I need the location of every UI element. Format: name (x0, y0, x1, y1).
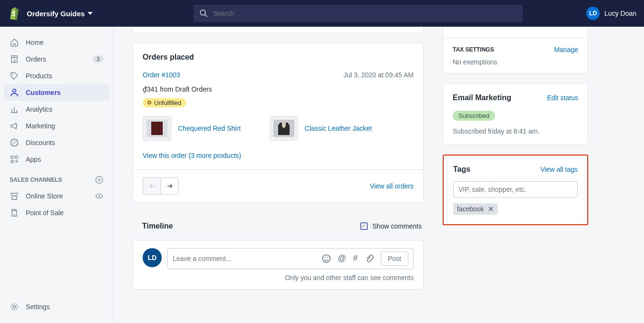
product-item: Chequered Red Shirt (143, 116, 241, 141)
topbar: Ordersify Guides LD Lucy Doan (0, 0, 644, 27)
add-address-link[interactable]: Add new address (453, 27, 504, 28)
sidebar-item-orders[interactable]: Orders 3 (4, 51, 109, 67)
sidebar-item-label: Marketing (26, 122, 55, 130)
hash-icon[interactable]: # (353, 253, 358, 263)
orders-placed-title: Orders placed (143, 53, 414, 62)
tags-input[interactable] (453, 181, 578, 198)
svg-rect-5 (15, 156, 18, 158)
search-input[interactable] (213, 10, 517, 17)
sidebar-item-marketing[interactable]: Marketing (4, 118, 109, 134)
sidebar-item-label: Apps (26, 156, 41, 163)
tax-value: No exemptions (453, 58, 578, 66)
avatar: LD (586, 7, 600, 20)
svg-rect-4 (11, 156, 13, 158)
sidebar-item-label: Products (26, 72, 52, 80)
svg-line-1 (205, 15, 208, 17)
analytics-icon (10, 104, 19, 114)
orders-badge: 3 (93, 55, 104, 63)
avatar: LD (143, 248, 162, 267)
online-store-icon (10, 191, 19, 201)
shopify-logo-icon (8, 6, 21, 21)
sidebar-item-label: Settings (26, 303, 50, 311)
timeline-section: Timeline ✓ Show comments LD (133, 212, 424, 290)
remove-tag-icon[interactable] (488, 206, 494, 212)
marketing-icon (10, 121, 19, 131)
svg-point-2 (12, 74, 14, 75)
sidebar-item-apps[interactable]: Apps (4, 151, 109, 167)
tags-card: Tags View all tags facebook (443, 155, 588, 225)
address-card: Add new address TAX SETTINGS Manage No e… (443, 27, 588, 74)
status-badge: Unfulfilled (143, 98, 186, 107)
svg-point-14 (324, 257, 325, 258)
tags-title: Tags (453, 165, 470, 174)
checkbox-icon: ✓ (360, 222, 368, 230)
sidebar: Home Orders 3 Products Customers Analyti… (0, 27, 114, 323)
subscribed-badge: Subscribed (453, 111, 495, 121)
view-all-tags-link[interactable]: View all tags (540, 166, 578, 173)
order-link[interactable]: Order #1003 (143, 71, 180, 79)
order-date: Jul 3, 2020 at 09:45 AM (343, 71, 414, 79)
edit-status-link[interactable]: Edit status (547, 94, 578, 102)
store-name-label: Ordersify Guides (27, 10, 85, 18)
sidebar-item-label: Home (26, 39, 43, 46)
sales-channels-header: SALES CHANNELS (4, 168, 109, 188)
show-comments-toggle[interactable]: ✓ Show comments (360, 222, 424, 230)
manage-tax-link[interactable]: Manage (554, 46, 578, 53)
product-link[interactable]: Chequered Red Shirt (178, 125, 241, 132)
products-icon (10, 71, 19, 81)
svg-point-10 (13, 306, 16, 308)
user-name-label: Lucy Doan (604, 10, 636, 17)
orders-placed-card: Orders placed Order #1003 Jul 3, 2020 at… (133, 43, 424, 203)
add-channel-icon[interactable] (95, 176, 104, 184)
mention-icon[interactable]: @ (338, 253, 346, 263)
view-order-link[interactable]: View this order (3 more products) (143, 152, 241, 159)
order-pager (143, 177, 179, 195)
gear-icon (10, 302, 19, 312)
sidebar-item-label: Orders (26, 55, 46, 63)
sidebar-item-products[interactable]: Products (4, 68, 109, 84)
attachment-icon[interactable] (364, 254, 374, 263)
svg-rect-6 (11, 160, 13, 163)
store-switcher[interactable]: Ordersify Guides (27, 10, 93, 18)
eye-icon[interactable] (95, 192, 104, 200)
discounts-icon (10, 138, 19, 147)
sidebar-item-home[interactable]: Home (4, 34, 109, 51)
svg-point-9 (15, 210, 16, 211)
svg-point-0 (200, 10, 206, 15)
product-thumbnail (143, 116, 171, 141)
pager-prev-button[interactable] (143, 177, 161, 195)
comment-visibility-note: Only you and other staff can see comment… (167, 274, 414, 281)
subscribed-note: Subscribed friday at 8:41 am. (453, 127, 578, 135)
product-link[interactable]: Classic Leather Jacket (305, 125, 372, 132)
comment-input[interactable] (173, 255, 322, 262)
post-button[interactable]: Post (381, 251, 408, 266)
apps-icon (10, 155, 19, 164)
orders-icon (10, 54, 19, 64)
sidebar-item-analytics[interactable]: Analytics (4, 101, 109, 117)
sidebar-item-customers[interactable]: Customers (4, 84, 109, 101)
email-marketing-title: Email Marketing (453, 94, 511, 102)
search-icon (199, 9, 208, 18)
user-menu[interactable]: LD Lucy Doan (586, 7, 636, 20)
product-item: Classic Leather Jacket (270, 116, 372, 141)
chevron-down-icon (88, 12, 93, 15)
home-icon (10, 38, 19, 47)
sidebar-item-online-store[interactable]: Online Store (4, 188, 109, 204)
pager-next-button[interactable] (161, 177, 179, 195)
view-all-orders-link[interactable]: View all orders (370, 182, 414, 190)
sidebar-item-label: Online Store (26, 192, 63, 200)
sidebar-item-pos[interactable]: Point of Sale (4, 205, 109, 221)
sidebar-item-settings[interactable]: Settings (4, 299, 109, 315)
product-thumbnail (270, 116, 298, 141)
customers-icon (10, 88, 19, 97)
search-box[interactable] (194, 5, 523, 22)
sidebar-item-label: Discounts (26, 139, 55, 146)
comment-card: LD @ # Post (133, 240, 424, 290)
sidebar-item-discounts[interactable]: Discounts (4, 135, 109, 151)
order-amount: ₫341 from Draft Orders (143, 85, 414, 93)
timeline-title: Timeline (142, 222, 173, 230)
tag-chip: facebook (453, 203, 498, 215)
emoji-icon[interactable] (322, 254, 331, 263)
sidebar-item-label: Analytics (26, 105, 52, 113)
svg-point-3 (13, 89, 16, 92)
